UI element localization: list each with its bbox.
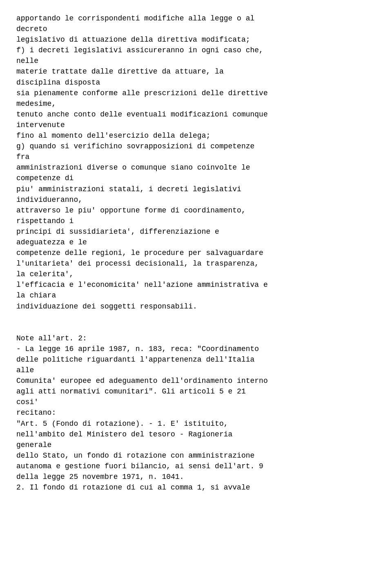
main-document-text: apportando le corrispondenti modifiche a… [16, 13, 376, 493]
